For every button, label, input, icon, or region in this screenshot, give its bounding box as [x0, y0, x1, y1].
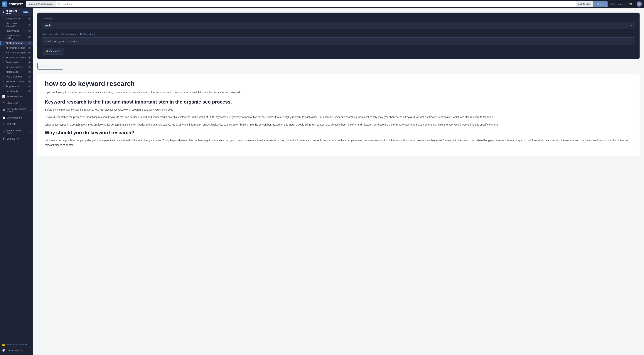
sidebar-item-ai-youtube-transcription[interactable]: YouTube transcription 8	[0, 50, 33, 55]
sidebar-nav-integrations-and-tools[interactable]: ⚙ Integrations and Tools ›	[0, 127, 33, 136]
svg-text:S: S	[3, 3, 4, 6]
support-icon: 💬	[2, 349, 5, 352]
language-dropdown[interactable]: English Spanish French German	[42, 22, 635, 30]
sidebar-item-ai-faq-generation[interactable]: FAQ Generation 8	[0, 74, 33, 79]
sidebar-item-ai-social-media[interactable]: Social media 8	[0, 89, 33, 94]
search-button[interactable]: Search	[593, 1, 608, 7]
contact-support-link[interactable]: 💬 Contact support	[0, 348, 33, 354]
sidebar-item-ai-ai-content-detection[interactable]: AI content detection 8	[0, 46, 33, 50]
article-generation-card: Language English Spanish French German P…	[37, 12, 640, 59]
article-p2: Keyword research is the process of ident…	[45, 115, 632, 120]
dot-icon	[4, 62, 4, 63]
dot-icon	[4, 48, 4, 48]
credits-icon: 💳	[2, 343, 5, 346]
article-title: how to do keyword research	[45, 80, 632, 88]
sidebar-nav-local-seo[interactable]: 📍 Local SEO	[0, 100, 33, 106]
article-p3: When a user types in a search query, the…	[45, 122, 632, 127]
sidebar-bottom: 💳 Buy additional credits 💬 Contact suppo…	[0, 340, 33, 355]
title-input-label: Paste your article title below (max 140 …	[42, 33, 635, 36]
article-title-input[interactable]	[42, 37, 635, 45]
chevron-down-icon: ▾	[53, 3, 54, 5]
domain-type-select[interactable]: Domain with subdomains ▾	[26, 1, 56, 7]
sidebar-item-ai-ad-generation[interactable]: Ad generation 8	[0, 84, 33, 89]
topnav: S SERPSTAT Domain with subdomains ▾ goog…	[0, 0, 644, 8]
sidebar-item-ai-title-generation[interactable]: Title generation 8	[0, 16, 33, 21]
dot-icon	[4, 43, 4, 44]
nav-items-list: 📈 Keyword trends 📍 Local SEO ☰ Keyword c…	[0, 94, 33, 142]
nav-icon: ☰	[2, 109, 5, 112]
sidebar-item-ai-bag-of-words[interactable]: Bag of words 1	[0, 60, 33, 65]
nav-icon: ⚙	[2, 130, 5, 133]
dot-icon	[4, 76, 4, 77]
article-intro: If you are looking to do some seo or pay…	[45, 90, 632, 95]
avatar[interactable]: U	[636, 2, 642, 7]
sidebar-nav-serpstat-api[interactable]: ⚡ Serpstat API	[0, 136, 33, 142]
sidebar-item-ai-plagiarism-checker[interactable]: Plagiarism checker 8	[0, 79, 33, 84]
domain-search-input[interactable]	[56, 1, 576, 7]
chevron-down-icon: ▾	[624, 3, 626, 6]
dot-icon	[4, 24, 4, 25]
dot-icon	[4, 30, 4, 31]
sidebar-item-ai-paraphrasing[interactable]: Paraphrasing 8	[0, 28, 33, 33]
language-select[interactable]: EN▾	[628, 3, 634, 6]
logo[interactable]: S SERPSTAT	[2, 2, 23, 7]
download-button[interactable]: Download (.html)	[37, 63, 63, 70]
dot-icon	[4, 91, 4, 92]
topnav-right: Help center ▾ EN▾ U	[611, 2, 642, 7]
sidebar-item-ai-article-generation[interactable]: Article generation 0	[0, 41, 33, 46]
sidebar-nav-custom-reports[interactable]: 📋 Custom reports	[0, 115, 33, 121]
chevron-right-icon: ›	[30, 130, 31, 132]
dot-icon	[4, 18, 4, 19]
language-label: Language	[42, 17, 635, 20]
ai-content-tools-section[interactable]: ✦ AI content tools New ▾	[0, 8, 33, 16]
dot-icon	[4, 52, 4, 53]
sidebar-item-ai-description-generation[interactable]: Description generation 8	[0, 21, 33, 28]
sidebar-item-ai-grammar-and-spelling[interactable]: Grammar and spelling 8	[0, 33, 33, 41]
nav-icon: 📋	[2, 116, 5, 119]
article-h2-1: Keyword research is the first and most i…	[45, 99, 632, 105]
sidebar-item-ai-keywords-extraction[interactable]: Keywords extraction 8	[0, 55, 33, 60]
chevron-down-icon: ▾	[590, 3, 592, 5]
buy-credits-link[interactable]: 💳 Buy additional credits	[0, 342, 33, 348]
dot-icon	[4, 67, 4, 68]
main-content: Language English Spanish French German P…	[33, 8, 644, 355]
dot-icon	[4, 36, 4, 37]
search-engine-select[interactable]: google.com ▾	[576, 1, 593, 7]
nav-icon: ⚡	[2, 138, 5, 140]
sidebar: ✦ AI content tools New ▾ Title generatio…	[0, 8, 33, 355]
sidebar-item-ai-article-builder[interactable]: Article builder 8	[0, 70, 33, 74]
sidebar-nav-keyword-clustering-text-a-[interactable]: ☰ Keyword clustering, Text a... ›	[0, 106, 33, 115]
dot-icon	[4, 86, 4, 87]
chevron-right-icon: ›	[30, 109, 31, 112]
article-h2-2: Why should you do keyword research?	[45, 130, 632, 136]
sidebar-item-ai-keyword-patterns[interactable]: Keyword patterns 8	[0, 65, 33, 70]
article-p4: With every new algorithm change by Googl…	[45, 138, 632, 147]
ai-items-list: Title generation 8 Description generatio…	[0, 16, 33, 94]
generate-button[interactable]: ✨ Generate!	[42, 48, 64, 54]
nav-icon: ✓	[2, 122, 5, 126]
nav-icon: 📈	[2, 95, 5, 98]
sidebar-nav-keyword-trends[interactable]: 📈 Keyword trends	[0, 94, 33, 100]
article-p1: Before diving into step by step instruct…	[45, 108, 632, 112]
dot-icon	[4, 72, 4, 72]
nav-icon: 📍	[2, 102, 5, 104]
article-content: how to do keyword research If you are lo…	[37, 74, 640, 156]
search-bar: Domain with subdomains ▾ google.com ▾ Se…	[26, 1, 608, 7]
main-layout: ✦ AI content tools New ▾ Title generatio…	[0, 8, 644, 355]
dot-icon	[4, 81, 4, 82]
ai-icon: ✦	[2, 11, 4, 14]
chevron-down-icon: ▾	[30, 11, 31, 14]
dot-icon	[4, 57, 4, 58]
language-select-wrap: English Spanish French German	[42, 22, 635, 30]
sidebar-nav-task-lists[interactable]: ✓ Task lists	[0, 121, 33, 127]
chevron-down-icon: ▾	[632, 3, 634, 6]
help-center-link[interactable]: Help center ▾	[611, 3, 625, 6]
